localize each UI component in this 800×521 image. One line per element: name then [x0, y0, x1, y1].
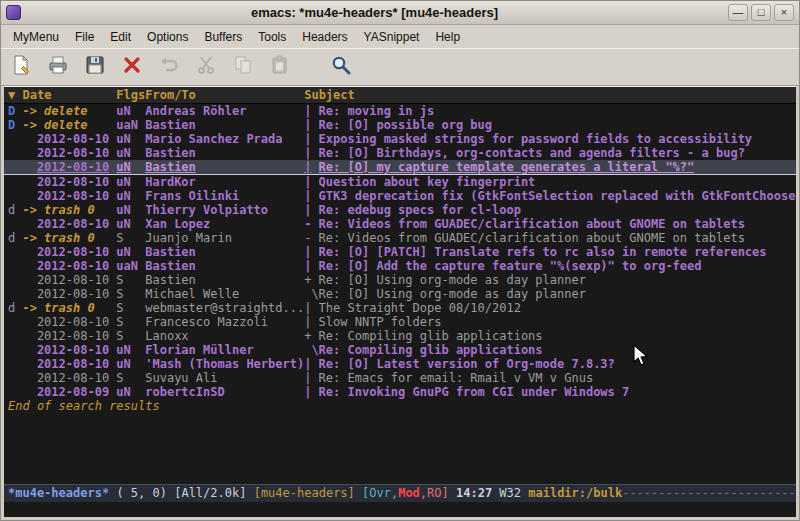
- date-cell: 2012-08-10: [22, 329, 116, 343]
- flags-cell: S: [116, 273, 145, 287]
- from-cell: Michael Welle: [145, 287, 304, 301]
- from-cell: Bastien: [145, 160, 304, 174]
- modeline-clock: 14:27: [456, 485, 499, 502]
- from-cell: Bastien: [145, 118, 304, 132]
- message-row[interactable]: d-> trash 0SJuanjo Marin-Re: Videos from…: [4, 231, 796, 245]
- subject-cell: Re: [O] Birthdays, org-contacts and agen…: [319, 146, 796, 160]
- window-menu-icon[interactable]: [6, 5, 21, 20]
- subject-cell: Re: [O] possible org bug: [319, 118, 796, 132]
- paste-icon: [269, 54, 291, 80]
- menu-mymenu[interactable]: MyMenu: [5, 27, 67, 47]
- close-button[interactable]: ×: [774, 4, 794, 21]
- message-row[interactable]: 2012-08-10uNFlorian Müllner\Re: Compilin…: [4, 343, 796, 357]
- thread-marker-cell: |: [304, 132, 318, 146]
- message-row[interactable]: 2012-08-10uNBastien|Re: [O] Birthdays, o…: [4, 146, 796, 160]
- flags-cell: S: [116, 287, 145, 301]
- menu-options[interactable]: Options: [139, 27, 196, 47]
- flags-cell: S: [116, 329, 145, 343]
- mu4e-headers-buffer[interactable]: ▼ Date Flgs From/To Subject D-> deleteuN…: [4, 86, 796, 484]
- kill-buffer-button[interactable]: [119, 54, 145, 80]
- thread-marker-cell: |: [304, 315, 318, 329]
- flags-cell: uN: [116, 189, 145, 203]
- menu-file[interactable]: File: [67, 27, 102, 47]
- thread-marker-cell: |: [304, 259, 318, 273]
- subject-cell: Re: Compiling glib applications: [319, 343, 796, 357]
- date-cell: 2012-08-10: [22, 273, 116, 287]
- subject-cell: The Straight Dope 08/10/2012: [319, 301, 796, 315]
- menu-headers[interactable]: Headers: [294, 27, 355, 47]
- mark-cell: [8, 217, 22, 231]
- menu-edit[interactable]: Edit: [102, 27, 139, 47]
- message-row[interactable]: 2012-08-10uNBastien|Re: [O] my capture t…: [4, 160, 796, 175]
- from-cell: Bastien: [145, 245, 304, 259]
- print-button[interactable]: [45, 54, 71, 80]
- message-row[interactable]: 2012-08-10uNBastien|Re: [O] [PATCH] Tran…: [4, 245, 796, 259]
- message-row[interactable]: 2012-08-09uNrobertcInSD|Re: Invoking Gnu…: [4, 385, 796, 399]
- close-icon: ×: [781, 7, 787, 18]
- header-line: ▼ Date Flgs From/To Subject: [4, 87, 796, 104]
- minimize-button[interactable]: —: [728, 4, 748, 21]
- message-row[interactable]: D-> deleteuaNBastien|Re: [O] possible or…: [4, 118, 796, 132]
- search-button[interactable]: [328, 54, 354, 80]
- message-row[interactable]: d-> trash 0uNThierry Volpiatto|Re: edebu…: [4, 203, 796, 217]
- mark-cell: D: [8, 118, 22, 132]
- subject-cell: Re: Videos from GUADEC/clarification abo…: [319, 217, 796, 231]
- column-header-date[interactable]: ▼ Date: [8, 87, 116, 103]
- menu-tools[interactable]: Tools: [250, 27, 294, 47]
- column-header-subject[interactable]: Subject: [304, 87, 796, 103]
- message-row[interactable]: 2012-08-10uN'Mash (Thomas Herbert)|Re: […: [4, 357, 796, 371]
- mark-cell: [8, 146, 22, 160]
- date-cell: 2012-08-10: [22, 287, 116, 301]
- date-cell: -> trash 0: [22, 203, 116, 217]
- column-header-from[interactable]: From/To: [145, 87, 304, 103]
- thread-marker-cell: |: [304, 175, 318, 189]
- flags-cell: uaN: [116, 259, 145, 273]
- flags-cell: uN: [116, 343, 145, 357]
- mark-cell: [8, 273, 22, 287]
- flags-cell: uN: [116, 217, 145, 231]
- copy-button: [230, 54, 256, 80]
- subject-cell: Question about key fingerprint: [319, 175, 796, 189]
- window-title: emacs: *mu4e-headers* [mu4e-headers]: [26, 5, 723, 20]
- modeline-position: ( 5, 0): [109, 485, 174, 502]
- echo-area[interactable]: [4, 502, 796, 517]
- mode-line[interactable]: *mu4e-headers* ( 5, 0) [All/2.0k] [mu4e-…: [4, 484, 796, 502]
- message-row[interactable]: 2012-08-10SMichael Welle\Re: [O] Using o…: [4, 287, 796, 301]
- message-row[interactable]: 2012-08-10uNXan Lopez-Re: Videos from GU…: [4, 217, 796, 231]
- message-row[interactable]: 2012-08-10SLanoxx+Re: Compiling glib app…: [4, 329, 796, 343]
- date-cell: 2012-08-10: [22, 175, 116, 189]
- message-row[interactable]: D-> deleteuNAndreas Röhler|Re: moving in…: [4, 104, 796, 118]
- from-cell: Bastien: [145, 273, 304, 287]
- message-row[interactable]: 2012-08-10uNMario Sanchez Prada|Exposing…: [4, 132, 796, 146]
- mark-cell: [8, 343, 22, 357]
- subject-cell: Re: edebug specs for cl-loop: [319, 203, 796, 217]
- date-cell: 2012-08-10: [22, 132, 116, 146]
- message-row[interactable]: 2012-08-10SFrancesco Mazzoli|Slow NNTP f…: [4, 315, 796, 329]
- message-row[interactable]: 2012-08-10SSuvayu Ali|Re: Emacs for emai…: [4, 371, 796, 385]
- date-cell: 2012-08-10: [22, 160, 116, 174]
- column-header-flags[interactable]: Flgs: [116, 87, 145, 103]
- modeline-buffer-name: *mu4e-headers*: [8, 485, 109, 502]
- from-cell: HardKor: [145, 175, 304, 189]
- save-buffer-button[interactable]: [82, 54, 108, 80]
- subject-cell: Re: [O] Latest version of Org-mode 7.8.3…: [319, 357, 796, 371]
- maximize-button[interactable]: □: [751, 4, 771, 21]
- message-row[interactable]: 2012-08-10uNFrans Oilinki|GTK3 deprecati…: [4, 189, 796, 203]
- subject-cell: Re: [O] Using org-mode as day planner: [319, 273, 796, 287]
- message-row[interactable]: 2012-08-10uaNBastien|Re: [O] Add the cap…: [4, 259, 796, 273]
- date-cell: -> delete: [22, 104, 116, 118]
- date-cell: -> trash 0: [22, 301, 116, 315]
- message-row[interactable]: 2012-08-10SBastien+Re: [O] Using org-mod…: [4, 273, 796, 287]
- date-cell: 2012-08-10: [22, 189, 116, 203]
- menu-buffers[interactable]: Buffers: [196, 27, 250, 47]
- titlebar[interactable]: emacs: *mu4e-headers* [mu4e-headers] —□×: [1, 1, 799, 25]
- message-row[interactable]: d-> trash 0Swebmaster@straightd...|The S…: [4, 301, 796, 315]
- date-cell: 2012-08-10: [22, 315, 116, 329]
- thread-marker-cell: |: [304, 118, 318, 132]
- message-row[interactable]: 2012-08-10uNHardKor|Question about key f…: [4, 175, 796, 189]
- from-cell: webmaster@straightd...: [145, 301, 304, 315]
- thread-marker-cell: |: [304, 301, 318, 315]
- menu-yasnippet[interactable]: YASnippet: [356, 27, 428, 47]
- new-file-button[interactable]: [8, 54, 34, 80]
- menu-help[interactable]: Help: [427, 27, 468, 47]
